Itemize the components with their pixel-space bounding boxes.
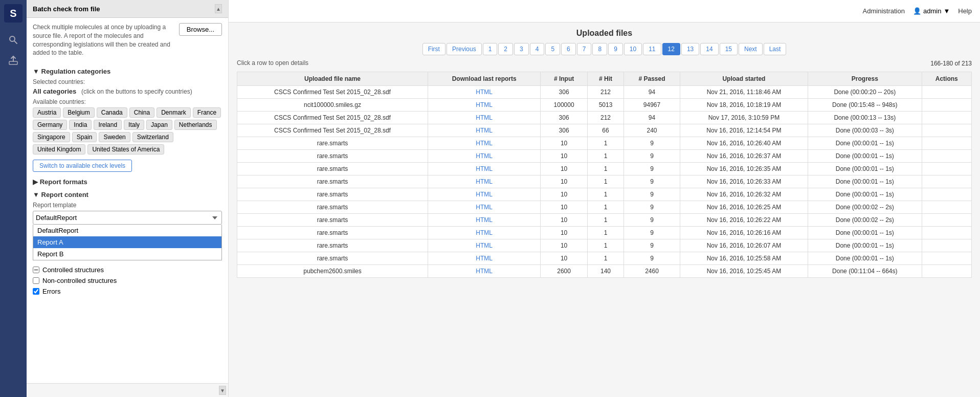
country-tag[interactable]: Belgium xyxy=(63,107,94,118)
table-cell[interactable]: HTML xyxy=(428,201,541,214)
table-cell[interactable]: HTML xyxy=(428,112,541,124)
administration-link[interactable]: Administration xyxy=(863,7,905,15)
table-row[interactable]: rare.smartsHTML1019Nov 16, 2016, 10:26:4… xyxy=(237,137,972,150)
pagination-button[interactable]: 1 xyxy=(483,43,498,55)
table-cell[interactable]: HTML xyxy=(428,86,541,99)
table-cell[interactable]: HTML xyxy=(428,227,541,239)
country-tag[interactable]: Japan xyxy=(146,120,172,130)
html-download-link[interactable]: HTML xyxy=(476,204,493,211)
table-row[interactable]: CSCS Confirmed Test Set 2015_02_28.sdfHT… xyxy=(237,112,972,124)
dropdown-item[interactable]: Report A xyxy=(33,236,221,248)
pagination-button[interactable]: 13 xyxy=(681,43,699,55)
country-tag[interactable]: Italy xyxy=(124,120,144,130)
dropdown-item[interactable]: Report B xyxy=(33,248,221,260)
table-cell[interactable]: HTML xyxy=(428,99,541,112)
country-tag[interactable]: Austria xyxy=(33,107,61,118)
country-tag[interactable]: France xyxy=(193,107,221,118)
pagination-button[interactable]: Last xyxy=(764,43,787,55)
table-row[interactable]: rare.smartsHTML1019Nov 16, 2016, 10:26:3… xyxy=(237,163,972,175)
pagination-button[interactable]: 7 xyxy=(577,43,592,55)
user-menu[interactable]: 👤 admin ▼ xyxy=(913,7,950,15)
checkbox-input[interactable] xyxy=(33,288,39,295)
pagination-button[interactable]: First xyxy=(422,43,446,55)
table-row[interactable]: rare.smartsHTML1019Nov 16, 2016, 10:26:2… xyxy=(237,214,972,227)
country-tag[interactable]: China xyxy=(129,107,154,118)
country-tag[interactable]: Germany xyxy=(33,120,67,130)
pagination-button[interactable]: 6 xyxy=(561,43,576,55)
table-cell[interactable]: HTML xyxy=(428,265,541,278)
country-tag[interactable]: United Kingdom xyxy=(33,144,85,155)
pagination-button[interactable]: 4 xyxy=(530,43,545,55)
table-row[interactable]: rare.smartsHTML1019Nov 16, 2016, 10:26:3… xyxy=(237,175,972,188)
table-cell[interactable]: HTML xyxy=(428,163,541,175)
table-row[interactable]: rare.smartsHTML1019Nov 16, 2016, 10:26:1… xyxy=(237,227,972,239)
pagination-button[interactable]: Previous xyxy=(447,43,482,55)
table-row[interactable]: rare.smartsHTML1019Nov 16, 2016, 10:25:5… xyxy=(237,252,972,265)
country-tag[interactable]: India xyxy=(69,120,92,130)
checkbox-input[interactable] xyxy=(33,277,39,284)
report-template-select[interactable]: DefaultReportReport AReport B xyxy=(33,211,222,225)
pagination-button[interactable]: 11 xyxy=(643,43,661,55)
table-row[interactable]: ncit100000.smiles.gzHTML100000501394967N… xyxy=(237,99,972,112)
table-row[interactable]: CSCS Confirmed Test Set 2015_02_28.sdfHT… xyxy=(237,86,972,99)
table-cell[interactable]: HTML xyxy=(428,188,541,201)
country-tag[interactable]: Netherlands xyxy=(174,120,217,130)
country-tag[interactable]: United States of America xyxy=(87,144,164,155)
table-row[interactable]: CSCS Confirmed Test Set 2015_02_28.sdfHT… xyxy=(237,124,972,137)
logo[interactable]: S xyxy=(4,4,23,23)
help-link[interactable]: Help xyxy=(958,7,972,15)
country-tag[interactable]: Switzerland xyxy=(132,132,173,142)
html-download-link[interactable]: HTML xyxy=(476,255,493,262)
dropdown-item[interactable]: DefaultReport xyxy=(33,225,221,236)
country-tag[interactable]: Ireland xyxy=(94,120,122,130)
html-download-link[interactable]: HTML xyxy=(476,89,493,96)
switch-check-levels-button[interactable]: Switch to available check levels xyxy=(33,160,132,172)
country-tag[interactable]: Canada xyxy=(97,107,127,118)
country-tag[interactable]: Sweden xyxy=(99,132,130,142)
html-download-link[interactable]: HTML xyxy=(476,268,493,275)
pagination-button[interactable]: 3 xyxy=(514,43,529,55)
html-download-link[interactable]: HTML xyxy=(476,140,493,147)
country-tag[interactable]: Singapore xyxy=(33,132,70,142)
html-download-link[interactable]: HTML xyxy=(476,114,493,121)
country-tag[interactable]: Denmark xyxy=(157,107,191,118)
checkbox-input[interactable] xyxy=(33,267,39,273)
pagination-button[interactable]: 12 xyxy=(662,43,680,55)
regulation-categories-header[interactable]: ▼ Regulation categories xyxy=(33,68,222,75)
pagination-button[interactable]: 5 xyxy=(545,43,560,55)
html-download-link[interactable]: HTML xyxy=(476,127,493,134)
search-nav-icon[interactable] xyxy=(4,31,23,49)
table-cell[interactable]: HTML xyxy=(428,239,541,252)
html-download-link[interactable]: HTML xyxy=(476,165,493,172)
upload-nav-icon[interactable] xyxy=(4,51,23,70)
table-row[interactable]: rare.smartsHTML1019Nov 16, 2016, 10:26:2… xyxy=(237,201,972,214)
sidebar-scroll-up[interactable]: ▲ xyxy=(215,4,222,13)
html-download-link[interactable]: HTML xyxy=(476,152,493,160)
table-cell[interactable]: HTML xyxy=(428,150,541,163)
pagination-button[interactable]: 8 xyxy=(592,43,607,55)
html-download-link[interactable]: HTML xyxy=(476,216,493,224)
pagination-button[interactable]: 10 xyxy=(624,43,642,55)
table-cell[interactable]: HTML xyxy=(428,252,541,265)
pagination-button[interactable]: 14 xyxy=(700,43,718,55)
sidebar-scroll-down[interactable]: ▼ xyxy=(219,386,226,395)
pagination-button[interactable]: 9 xyxy=(608,43,623,55)
html-download-link[interactable]: HTML xyxy=(476,242,493,249)
html-download-link[interactable]: HTML xyxy=(476,101,493,108)
browse-button[interactable]: Browse... xyxy=(179,23,222,36)
table-cell[interactable]: HTML xyxy=(428,175,541,188)
html-download-link[interactable]: HTML xyxy=(476,229,493,236)
report-formats-header[interactable]: ▶ Report formats xyxy=(33,178,222,186)
pagination-button[interactable]: 15 xyxy=(720,43,738,55)
table-row[interactable]: pubchem2600.smilesHTML26001402460Nov 16,… xyxy=(237,265,972,278)
table-row[interactable]: rare.smartsHTML1019Nov 16, 2016, 10:26:3… xyxy=(237,188,972,201)
pagination-button[interactable]: 2 xyxy=(498,43,513,55)
table-row[interactable]: rare.smartsHTML1019Nov 16, 2016, 10:26:3… xyxy=(237,150,972,163)
table-cell[interactable]: HTML xyxy=(428,137,541,150)
table-cell[interactable]: HTML xyxy=(428,214,541,227)
country-tag[interactable]: Spain xyxy=(72,132,97,142)
report-content-header[interactable]: ▼ Report content xyxy=(33,191,222,198)
html-download-link[interactable]: HTML xyxy=(476,178,493,185)
table-row[interactable]: rare.smartsHTML1019Nov 16, 2016, 10:26:0… xyxy=(237,239,972,252)
html-download-link[interactable]: HTML xyxy=(476,191,493,198)
